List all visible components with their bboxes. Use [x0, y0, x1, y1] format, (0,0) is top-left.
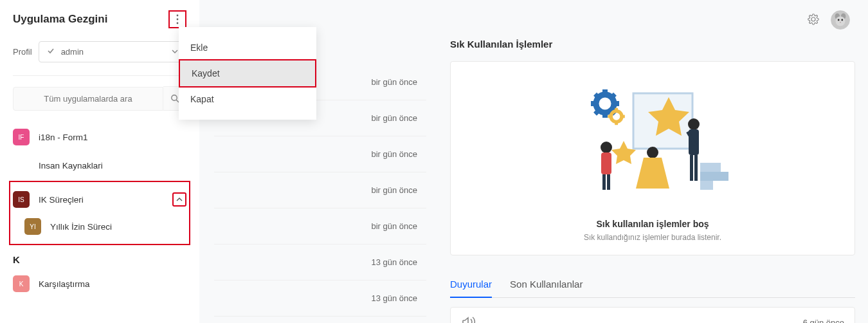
sidebar-title: Uygulama Gezgini: [13, 13, 168, 26]
svg-point-3: [171, 95, 176, 100]
svg-point-27: [601, 142, 612, 153]
svg-rect-28: [601, 152, 611, 174]
favorites-empty-subtitle: Sık kullandığınız işlemler burada listen…: [464, 233, 842, 242]
svg-point-10: [841, 19, 843, 21]
tab-announcements[interactable]: Duyurular: [450, 275, 492, 297]
tabs: Duyurular Son Kullanılanlar: [450, 275, 855, 298]
collapse-toggle[interactable]: [172, 192, 186, 207]
svg-point-31: [647, 147, 658, 158]
chevron-up-icon: [176, 196, 183, 203]
svg-point-9: [838, 19, 840, 21]
svg-rect-16: [614, 101, 619, 106]
svg-rect-22: [615, 108, 618, 111]
dropdown-item-add[interactable]: Ekle: [179, 35, 316, 60]
svg-rect-13: [602, 89, 608, 95]
list-item-time: bir gün önce: [214, 208, 426, 245]
app-badge: IS: [13, 191, 30, 208]
svg-rect-35: [694, 155, 698, 181]
announcement-time: 6 gün önce: [803, 318, 844, 323]
svg-point-0: [177, 15, 179, 17]
tree-item-label: Karşılaştırma: [39, 279, 186, 289]
list-item-time: bir gün önce: [214, 172, 426, 208]
favorites-heading: Sık Kullanılan İşlemler: [450, 39, 855, 50]
svg-rect-39: [700, 181, 713, 190]
announcement-row[interactable]: 6 gün önce: [450, 307, 855, 323]
profile-label: Profil: [13, 47, 32, 57]
megaphone-icon: [461, 314, 476, 323]
tree-item[interactable]: IS IK Süreçleri: [13, 186, 186, 213]
star-icon: [611, 141, 636, 164]
dropdown-item-save[interactable]: Kaydet: [180, 60, 315, 86]
svg-point-12: [596, 95, 614, 113]
list-item-time: 13 gün önce: [214, 281, 426, 317]
chevron-down-icon: [172, 47, 178, 57]
dropdown-item-close[interactable]: Kapat: [179, 86, 316, 112]
tree-item[interactable]: YI Yıllık İzin Süreci: [24, 213, 186, 240]
settings-button[interactable]: [808, 14, 819, 27]
svg-rect-14: [602, 113, 608, 118]
more-dropdown: Ekle Kaydet Kapat: [179, 27, 316, 120]
list-item-time: bir gün önce: [214, 136, 426, 172]
svg-rect-30: [607, 174, 610, 190]
dots-vertical-icon: [173, 14, 182, 24]
svg-rect-23: [615, 122, 618, 125]
tree-item-label: IK Süreçleri: [39, 195, 172, 205]
svg-rect-37: [700, 163, 721, 172]
search-icon: [170, 94, 179, 103]
svg-rect-29: [602, 174, 606, 190]
gear-icon: [808, 14, 819, 25]
app-badge: IF: [13, 129, 30, 145]
svg-rect-25: [622, 115, 625, 118]
svg-point-1: [177, 19, 179, 21]
check-icon: [47, 47, 55, 57]
profile-select[interactable]: admin: [39, 41, 186, 62]
app-badge: YI: [24, 218, 41, 235]
gear-icon: [591, 89, 619, 118]
svg-point-32: [688, 118, 700, 130]
highlighted-group: IS IK Süreçleri YI Yıllık İzin Süreci: [9, 181, 190, 245]
tab-recent[interactable]: Son Kullanılanlar: [510, 275, 583, 297]
search-input[interactable]: [13, 87, 163, 111]
svg-point-11: [840, 22, 841, 23]
group-letter-header: K: [13, 248, 186, 270]
avatar[interactable]: [831, 10, 850, 30]
svg-rect-34: [690, 155, 693, 181]
tree-item-label[interactable]: Insan Kaynaklari: [13, 161, 186, 171]
svg-rect-15: [591, 101, 596, 106]
avatar-icon: [831, 11, 849, 29]
svg-point-2: [177, 23, 179, 24]
svg-point-21: [611, 111, 622, 122]
sidebar: Uygulama Gezgini Profil admin IF i18n - …: [0, 0, 199, 323]
svg-point-8: [836, 16, 845, 26]
favorites-card: Sık kullanılan işlemler boş Sık kullandı…: [450, 61, 855, 255]
tree-item-label: Yıllık İzin Süreci: [50, 222, 186, 232]
more-menu-button[interactable]: [168, 10, 186, 28]
favorites-empty-title: Sık kullanılan işlemler boş: [464, 219, 842, 229]
svg-rect-24: [608, 115, 611, 118]
tree-item[interactable]: IF i18n - Form1: [13, 124, 186, 151]
tree-item-label: i18n - Form1: [39, 133, 186, 142]
svg-line-4: [176, 100, 179, 102]
tree-item[interactable]: K Karşılaştırma: [13, 270, 186, 297]
empty-illustration: [464, 75, 842, 210]
app-badge: K: [13, 275, 30, 292]
profile-value: admin: [61, 47, 84, 57]
main-panel: Sık Kullanılan İşlemler Sık kullanılan i…: [450, 0, 868, 323]
list-item-time: 13 gün önce: [214, 245, 426, 281]
svg-rect-38: [700, 172, 728, 181]
divider: [13, 75, 186, 76]
